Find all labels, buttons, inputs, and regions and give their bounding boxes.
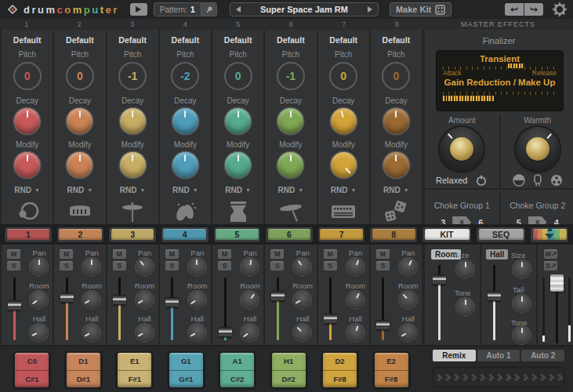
transient-handle[interactable] bbox=[508, 64, 524, 68]
fader-cap[interactable] bbox=[113, 295, 126, 305]
warmth-knob[interactable] bbox=[516, 127, 560, 171]
rnd-dropdown-icon[interactable]: ▼ bbox=[193, 187, 198, 193]
rnd-dropdown-icon[interactable]: ▼ bbox=[87, 187, 92, 193]
mute-button[interactable]: M bbox=[218, 249, 231, 259]
room-knob[interactable] bbox=[346, 291, 364, 309]
undo-button[interactable]: ↩ bbox=[505, 3, 524, 16]
rnd-dropdown-icon[interactable]: ▼ bbox=[34, 187, 40, 193]
amount-knob[interactable] bbox=[440, 127, 484, 171]
mute-button[interactable]: M bbox=[270, 249, 284, 259]
preset-browser[interactable]: Super Space Jam RM bbox=[230, 2, 379, 16]
pitch-knob[interactable]: 0 bbox=[66, 62, 94, 90]
gain-slider[interactable] bbox=[443, 96, 557, 102]
settings-button[interactable] bbox=[553, 2, 567, 16]
solo-button[interactable]: S bbox=[60, 261, 73, 270]
room-knob[interactable] bbox=[82, 291, 100, 309]
solo-button[interactable]: S bbox=[376, 261, 390, 270]
pan-knob[interactable] bbox=[136, 258, 154, 276]
volume-fader[interactable] bbox=[111, 278, 129, 340]
pad-7[interactable]: D2F#8 bbox=[321, 350, 359, 390]
modify-knob[interactable] bbox=[120, 152, 146, 178]
pitch-knob[interactable]: 0 bbox=[382, 62, 410, 90]
randomize-button[interactable]: RND▼ bbox=[331, 186, 357, 194]
pattern-pin-button[interactable] bbox=[201, 2, 216, 16]
remix-tab-auto-2[interactable]: Auto 2 bbox=[521, 350, 564, 361]
rnd-dropdown-icon[interactable]: ▼ bbox=[404, 187, 409, 193]
kit-drop-button[interactable] bbox=[530, 227, 569, 243]
preset-prev-button[interactable] bbox=[236, 6, 241, 13]
decay-knob[interactable] bbox=[277, 108, 303, 134]
mute-button[interactable]: M bbox=[7, 249, 20, 259]
master-solo-button[interactable]: S↗ bbox=[544, 261, 557, 270]
fader-cap[interactable] bbox=[271, 291, 285, 301]
pattern-selector[interactable]: Pattern: 1 bbox=[154, 2, 217, 16]
pitch-knob[interactable]: -2 bbox=[171, 62, 199, 90]
modify-knob[interactable] bbox=[277, 152, 303, 178]
transient-slider[interactable] bbox=[443, 64, 557, 70]
pitch-knob[interactable]: -1 bbox=[277, 62, 305, 90]
kit-tab[interactable]: KIT bbox=[422, 227, 472, 243]
pattern-button-8[interactable]: 8 bbox=[369, 227, 418, 243]
randomize-button[interactable]: RND▼ bbox=[278, 186, 304, 194]
rnd-dropdown-icon[interactable]: ▼ bbox=[298, 187, 303, 193]
pattern-button-5[interactable]: 5 bbox=[213, 227, 262, 243]
room-knob[interactable] bbox=[188, 291, 206, 309]
modify-knob[interactable] bbox=[172, 152, 198, 178]
volume-fader[interactable] bbox=[57, 278, 76, 340]
seq-tab[interactable]: SEQ bbox=[476, 227, 526, 243]
pan-knob[interactable] bbox=[241, 258, 259, 276]
room-knob[interactable] bbox=[136, 291, 154, 309]
pan-knob[interactable] bbox=[188, 258, 206, 276]
rnd-dropdown-icon[interactable]: ▼ bbox=[140, 187, 145, 193]
channel-preset-name[interactable]: Default bbox=[118, 35, 147, 45]
randomize-button[interactable]: RND▼ bbox=[14, 186, 40, 194]
channel-preset-name[interactable]: Default bbox=[277, 35, 305, 45]
volume-fader[interactable] bbox=[374, 278, 393, 340]
channel-preset-name[interactable]: Default bbox=[172, 35, 200, 45]
decay-knob[interactable] bbox=[14, 108, 40, 134]
decay-knob[interactable] bbox=[331, 108, 357, 134]
fader-cap[interactable] bbox=[219, 327, 232, 337]
modify-knob[interactable] bbox=[225, 152, 251, 178]
room-level-fader[interactable] bbox=[430, 265, 448, 340]
fader-cap[interactable] bbox=[8, 300, 21, 310]
randomize-button[interactable]: RND▼ bbox=[225, 186, 251, 194]
pad-8[interactable]: E2F#8 bbox=[372, 350, 411, 390]
modify-knob[interactable] bbox=[331, 152, 357, 178]
solo-button[interactable]: S bbox=[7, 261, 20, 270]
pitch-knob[interactable]: 0 bbox=[329, 62, 357, 90]
preset-next-button[interactable] bbox=[368, 6, 372, 13]
hall-level-fader[interactable] bbox=[484, 265, 503, 340]
pitch-knob[interactable]: -1 bbox=[118, 62, 147, 90]
hall-knob[interactable] bbox=[188, 324, 206, 342]
solo-button[interactable]: S bbox=[218, 261, 231, 270]
pattern-button-2[interactable]: 2 bbox=[56, 227, 105, 243]
fader-cap[interactable] bbox=[488, 291, 501, 301]
volume-fader[interactable] bbox=[5, 278, 24, 340]
texture-mode-icon[interactable] bbox=[550, 174, 563, 187]
channel-preset-name[interactable]: Default bbox=[66, 35, 94, 45]
master-mute-button[interactable]: M↗ bbox=[544, 249, 557, 259]
pad-4[interactable]: G1G#1 bbox=[167, 350, 205, 390]
play-button[interactable] bbox=[130, 3, 147, 16]
mute-button[interactable]: M bbox=[165, 249, 179, 259]
pad-6[interactable]: H1D#2 bbox=[270, 350, 308, 390]
remix-tab-auto-1[interactable]: Auto 1 bbox=[477, 350, 520, 361]
pad-3[interactable]: E1F#1 bbox=[115, 350, 154, 390]
channel-preset-name[interactable]: Default bbox=[224, 35, 252, 45]
pattern-button-6[interactable]: 6 bbox=[265, 227, 314, 243]
pattern-button-4[interactable]: 4 bbox=[161, 227, 209, 243]
master-volume-fader[interactable] bbox=[547, 274, 566, 343]
solo-button[interactable]: S bbox=[165, 261, 179, 270]
rnd-dropdown-icon[interactable]: ▼ bbox=[245, 187, 251, 193]
volume-fader[interactable] bbox=[163, 278, 182, 340]
hall-knob[interactable] bbox=[241, 324, 259, 342]
room-tone-knob[interactable] bbox=[456, 298, 474, 316]
fader-cap[interactable] bbox=[324, 314, 337, 324]
decay-knob[interactable] bbox=[383, 108, 409, 134]
hall-size-knob[interactable] bbox=[513, 260, 531, 278]
fader-cap[interactable] bbox=[550, 274, 564, 292]
pitch-knob[interactable]: 0 bbox=[224, 62, 252, 90]
pad-1[interactable]: C0C#1 bbox=[13, 350, 51, 390]
pitch-knob[interactable]: 0 bbox=[13, 62, 42, 90]
